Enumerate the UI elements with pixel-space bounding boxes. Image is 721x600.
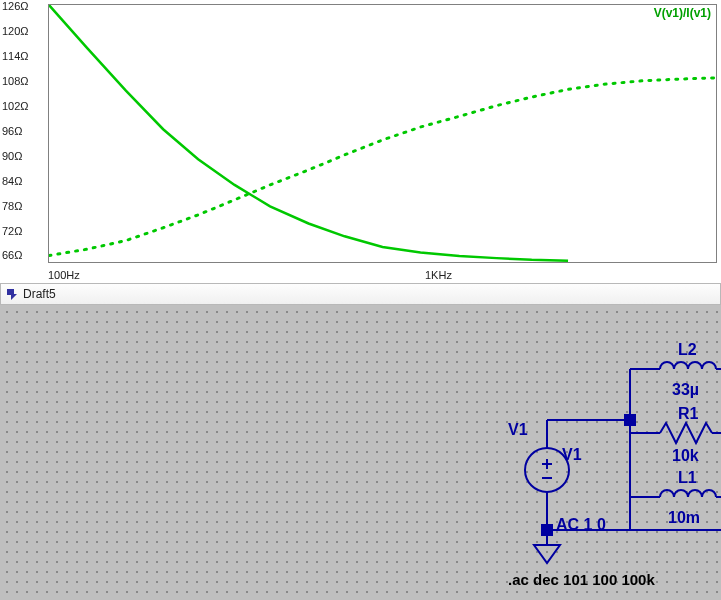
window-title: Draft5 [23,287,56,301]
label-r1-value[interactable]: 10k [672,447,699,464]
y-tick: 126Ω [2,0,29,12]
trace-magnitude[interactable] [49,5,568,261]
label-l1-name[interactable]: L1 [678,469,697,486]
y-tick: 78Ω [2,200,22,212]
x-tick: 1KHz [425,269,452,281]
label-r1-name[interactable]: R1 [678,405,699,422]
plot-canvas[interactable] [48,4,717,263]
label-l1-value[interactable]: 10m [668,509,700,526]
label-v1-name[interactable]: V1 [508,421,528,438]
trace-label: V(v1)/I(v1) [654,6,711,20]
label-l2-value[interactable]: 33µ [672,381,699,398]
ground-symbol[interactable] [534,530,560,563]
y-tick: 90Ω [2,150,22,162]
svg-marker-10 [534,545,560,563]
label-l2-name[interactable]: L2 [678,341,697,358]
y-tick: 72Ω [2,225,22,237]
y-tick: 102Ω [2,100,29,112]
directive-sim[interactable]: .ac dec 101 100 100k [508,571,655,588]
netlabel-v1[interactable]: V1 [562,446,582,463]
trace-phase_aux[interactable] [49,78,716,256]
component-v1[interactable] [525,420,569,530]
schematic-titlebar[interactable]: Draft5 [0,283,721,305]
y-tick: 108Ω [2,75,29,87]
component-l2[interactable] [660,362,721,369]
y-tick: 114Ω [2,50,29,62]
schematic-editor[interactable]: V1 V1 L2 33µ R1 10k L1 10m [0,305,721,600]
component-r1[interactable] [660,423,721,443]
y-tick: 84Ω [2,175,22,187]
x-tick: 100Hz [48,269,80,281]
directive-ac[interactable]: AC 1 0 [556,516,606,533]
y-tick: 66Ω [2,249,22,261]
y-tick: 120Ω [2,25,29,37]
waveform-plot[interactable]: V(v1)/I(v1) 126Ω 120Ω 114Ω 108Ω 102Ω 96Ω… [0,0,721,283]
ltspice-icon [5,287,19,301]
plot-svg [49,5,716,262]
schematic-canvas[interactable]: V1 V1 L2 33µ R1 10k L1 10m [0,305,721,600]
y-tick: 96Ω [2,125,22,137]
component-l1[interactable] [660,490,721,497]
